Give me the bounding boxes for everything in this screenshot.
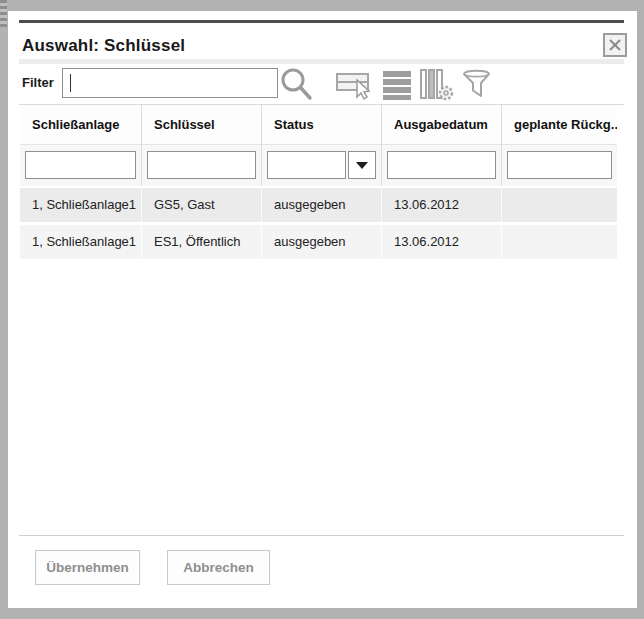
- close-button[interactable]: [603, 33, 627, 57]
- cell-status: ausgegeben: [261, 225, 381, 259]
- search-icon[interactable]: [280, 66, 314, 102]
- list-rows-icon[interactable]: [381, 66, 415, 102]
- dialog-auswahl-schluessel: Auswahl: Schlüssel Filter: [8, 11, 637, 608]
- screen: Auswahl: Schlüssel Filter: [0, 0, 644, 619]
- cell-schluessel: ES1, Öffentlich: [141, 225, 261, 259]
- table-row[interactable]: 1, Schließanlage1 GS5, Gast ausgegeben 1…: [20, 188, 617, 222]
- cell-schluessel: GS5, Gast: [141, 188, 261, 222]
- column-header-schliessanlage[interactable]: Schließanlage: [20, 105, 141, 144]
- background-page-fragment: [0, 0, 7, 27]
- filter-input-status[interactable]: [267, 151, 346, 179]
- columns-settings-icon[interactable]: [418, 66, 456, 102]
- dialog-top-accent-bar: [19, 20, 624, 23]
- text-caret: [70, 74, 71, 92]
- column-header-geplante-rueckgabe[interactable]: geplante Rückg...: [501, 105, 617, 144]
- filter-funnel-icon[interactable]: [460, 66, 494, 102]
- apply-button[interactable]: Übernehmen: [35, 550, 140, 585]
- cell-schliessanlage: 1, Schließanlage1: [20, 225, 141, 259]
- cell-ausgabedatum: 13.06.2012: [381, 188, 501, 222]
- keys-table: Schließanlage Schlüssel Status Ausgabeda…: [19, 104, 624, 259]
- filter-input-geplante-rueckgabe[interactable]: [507, 151, 612, 179]
- cell-ausgabedatum: 13.06.2012: [381, 225, 501, 259]
- cell-status: ausgegeben: [261, 188, 381, 222]
- caret-down-icon: [356, 162, 368, 169]
- cell-schliessanlage: 1, Schließanlage1: [20, 188, 141, 222]
- filter-input-ausgabedatum[interactable]: [387, 151, 496, 179]
- table-header-row: Schließanlage Schlüssel Status Ausgabeda…: [20, 105, 617, 145]
- filter-label: Filter: [22, 75, 54, 90]
- status-filter-dropdown-button[interactable]: [348, 151, 376, 179]
- filter-input-schluessel[interactable]: [147, 151, 256, 179]
- close-icon: [608, 38, 622, 52]
- cancel-button[interactable]: Abbrechen: [167, 550, 270, 585]
- column-header-ausgabedatum[interactable]: Ausgabedatum: [381, 105, 501, 144]
- select-rows-icon[interactable]: [336, 66, 374, 102]
- title-divider: [19, 59, 624, 64]
- cell-geplante-rueckgabe: [501, 188, 617, 222]
- table-filter-row: [20, 145, 617, 186]
- footer-divider: [19, 535, 624, 536]
- table-row[interactable]: 1, Schließanlage1 ES1, Öffentlich ausgeg…: [20, 225, 617, 259]
- column-header-schluessel[interactable]: Schlüssel: [141, 105, 261, 144]
- filter-input-schliessanlage[interactable]: [25, 151, 136, 179]
- column-header-status[interactable]: Status: [261, 105, 381, 144]
- dialog-title: Auswahl: Schlüssel: [22, 36, 185, 56]
- cell-geplante-rueckgabe: [501, 225, 617, 259]
- global-filter-field: [62, 68, 278, 98]
- global-filter-input[interactable]: [63, 69, 277, 97]
